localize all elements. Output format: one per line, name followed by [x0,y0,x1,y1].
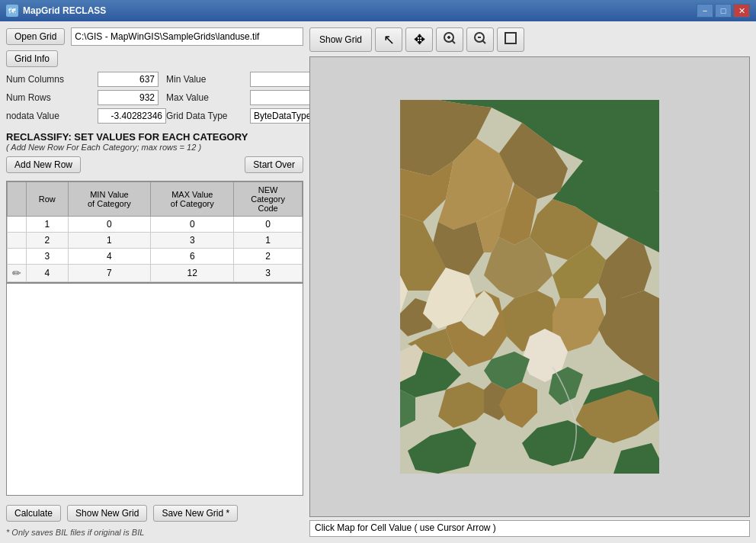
grid-info-row: Grid Info [6,50,303,67]
map-canvas [400,100,659,474]
nodata-label: nodata Value [6,111,98,121]
pan-tool-button[interactable]: ✥ [405,27,433,52]
edit-col-header [8,182,27,217]
zoom-out-icon [472,31,488,49]
num-columns-value: 637 [98,72,159,87]
num-rows-value: 932 [98,90,159,105]
pan-icon: ✥ [414,31,425,48]
min-value-cell[interactable]: 0 [68,217,151,233]
min-value-cell[interactable]: 4 [68,249,151,265]
grid-info-section: Num Columns 637 Min Value 0 Num Rows 932… [6,72,303,124]
reclass-table-container: Row MIN Valueof Category MAX Valueof Cat… [6,181,303,496]
zoom-out-button[interactable] [466,27,494,52]
map-container[interactable] [309,56,750,517]
max-value-cell[interactable]: 6 [151,249,234,265]
zoom-in-icon [442,31,457,49]
table-section: Row MIN Valueof Category MAX Valueof Cat… [6,181,303,496]
new-code-cell[interactable]: 1 [234,233,303,249]
reclassify-subtitle: ( Add New Row For Each Category; max row… [6,143,303,152]
svg-line-3 [453,41,456,44]
zoom-in-button[interactable] [436,27,463,52]
row-number-cell: 2 [27,233,69,249]
svg-line-6 [483,41,486,44]
minimize-button[interactable]: − [697,4,713,18]
row-col-header: Row [27,182,69,217]
main-content: Open Grid Grid Info Num Columns 637 Min … [0,21,756,543]
cursor-tool-button[interactable]: ↖ [375,27,402,52]
edit-icon-cell: ✏ [8,265,27,282]
save-new-grid-button[interactable]: Save New Grid * [153,505,238,522]
min-value-cell[interactable]: 7 [68,265,151,282]
min-col-header: MIN Valueof Category [68,182,151,217]
svg-rect-7 [505,33,516,43]
open-grid-row: Open Grid [6,27,303,46]
min-value-label: Min Value [159,74,250,85]
max-value-label: Max Value [159,92,250,103]
edit-icon-cell [8,249,27,265]
table-row[interactable]: 3462 [8,249,303,265]
table-row[interactable]: 1000 [8,217,303,233]
maximize-button[interactable]: □ [715,4,732,18]
new-code-cell[interactable]: 2 [234,249,303,265]
grid-data-type-label: Grid Data Type [159,111,250,121]
show-new-grid-button[interactable]: Show New Grid [67,505,147,522]
edit-icon-cell [8,233,27,249]
start-over-button[interactable]: Start Over [245,156,303,173]
edit-icon-cell [8,217,27,233]
window-controls: − □ ✕ [697,4,750,18]
full-extent-button[interactable] [497,27,524,52]
bottom-note: * Only saves BIL files if original is BI… [6,528,303,537]
table-header-row: Row MIN Valueof Category MAX Valueof Cat… [8,182,303,217]
full-extent-icon [503,31,518,49]
file-path-input[interactable] [71,27,303,46]
reclassify-title: RECLASSIFY: SET VALUES FOR EACH CATEGORY [6,131,303,143]
open-grid-button[interactable]: Open Grid [6,28,65,45]
toolbar: Show Grid ↖ ✥ [309,27,750,52]
add-new-row-button[interactable]: Add New Row [6,156,81,173]
show-grid-button[interactable]: Show Grid [309,27,372,52]
status-bar: Click Map for Cell Value ( use Cursor Ar… [309,520,750,537]
close-button[interactable]: ✕ [733,4,750,18]
title-bar: 🗺 MapGrid RECLASS − □ ✕ [0,0,756,21]
app-icon: 🗺 [6,5,18,17]
max-value-cell[interactable]: 3 [151,233,234,249]
reclassify-section: RECLASSIFY: SET VALUES FOR EACH CATEGORY… [6,128,303,152]
row-number-cell: 4 [27,265,69,282]
max-value-cell[interactable]: 12 [151,265,234,282]
max-col-header: MAX Valueof Category [151,182,234,217]
row-number-cell: 1 [27,217,69,233]
new-code-cell[interactable]: 3 [234,265,303,282]
bottom-buttons: Calculate Show New Grid Save New Grid * [6,505,303,522]
left-panel: Open Grid Grid Info Num Columns 637 Min … [6,27,303,537]
add-startover-row: Add New Row Start Over [6,156,303,173]
table-row[interactable]: ✏47123 [8,265,303,282]
num-rows-label: Num Rows [6,92,98,103]
nodata-value: -3.40282346 [98,108,166,124]
row-number-cell: 3 [27,249,69,265]
table-row[interactable]: 2131 [8,233,303,249]
right-panel: Show Grid ↖ ✥ [309,27,750,537]
cursor-icon: ↖ [383,31,395,48]
grid-info-button[interactable]: Grid Info [6,50,58,67]
calculate-button[interactable]: Calculate [6,505,61,522]
new-code-col-header: NEWCategoryCode [234,182,303,217]
reclass-table: Row MIN Valueof Category MAX Valueof Cat… [7,182,303,282]
window-title: MapGrid RECLASS [23,5,697,16]
new-code-cell[interactable]: 0 [234,217,303,233]
num-columns-label: Num Columns [6,74,98,85]
max-value-cell[interactable]: 0 [151,217,234,233]
min-value-cell[interactable]: 1 [68,233,151,249]
table-empty-area [7,282,303,284]
